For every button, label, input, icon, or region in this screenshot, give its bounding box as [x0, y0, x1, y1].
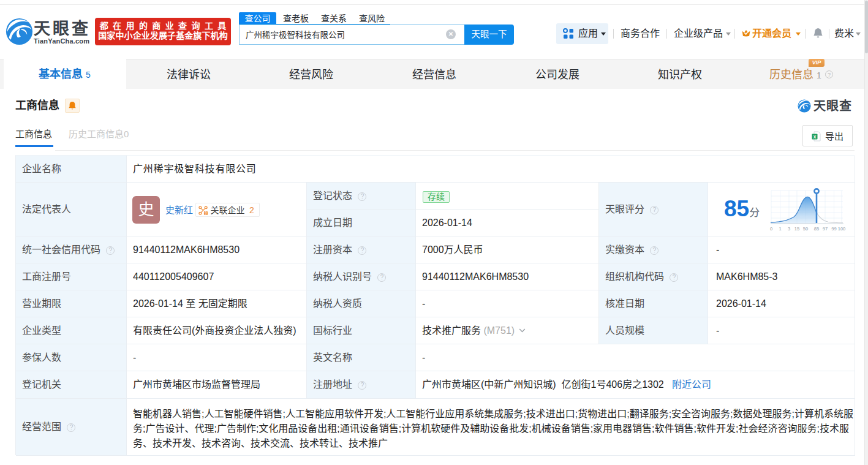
svg-text:85: 85	[814, 226, 819, 232]
svg-text:99: 99	[831, 226, 836, 232]
svg-text:15: 15	[794, 226, 799, 232]
svg-text:3: 3	[788, 226, 790, 232]
svg-text:X: X	[813, 135, 817, 139]
svg-text:100: 100	[838, 226, 846, 232]
svg-text:企: 企	[204, 211, 207, 215]
svg-text:97: 97	[823, 226, 828, 232]
svg-text:0: 0	[770, 226, 772, 232]
svg-text:1: 1	[779, 226, 781, 232]
svg-text:50: 50	[803, 226, 808, 232]
